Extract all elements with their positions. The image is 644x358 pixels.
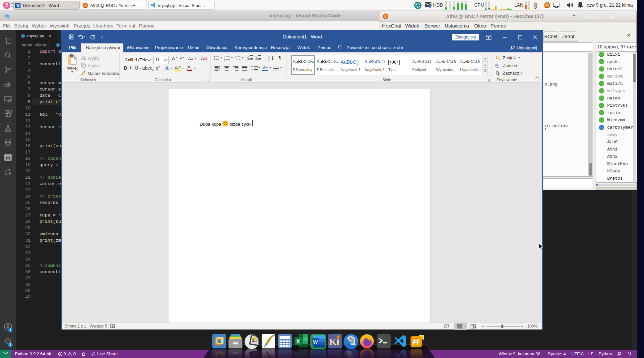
svg-text:A: A bbox=[201, 56, 204, 61]
svg-text:3: 3 bbox=[224, 59, 225, 61]
svg-text:W: W bbox=[16, 4, 20, 7]
svg-text:A: A bbox=[165, 65, 169, 71]
svg-text:K: K bbox=[329, 336, 337, 347]
svg-text:m: m bbox=[6, 155, 10, 160]
svg-text:X: X bbox=[296, 338, 300, 345]
svg-text:Z: Z bbox=[268, 58, 270, 61]
svg-text:W: W bbox=[313, 339, 318, 345]
svg-text:ac: ac bbox=[496, 66, 500, 68]
svg-text:ab: ab bbox=[174, 65, 178, 69]
